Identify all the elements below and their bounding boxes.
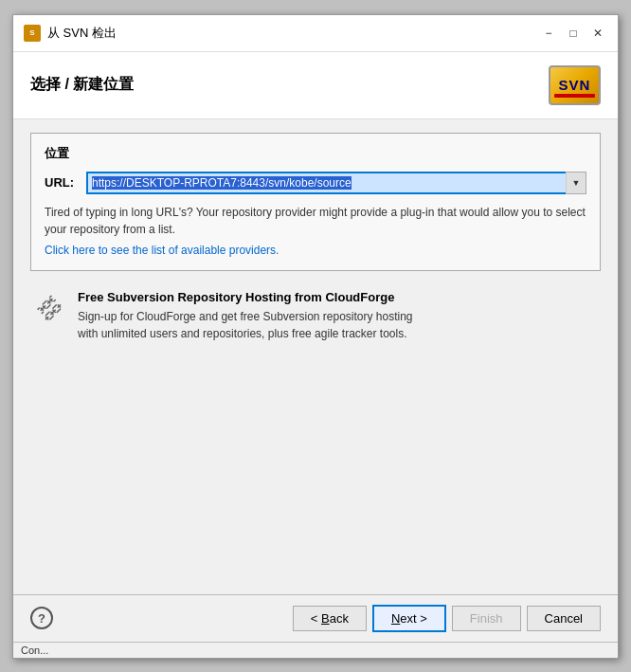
title-controls: − □ ✕ <box>538 23 608 44</box>
hint-line1: Tired of typing in long URL's? Your repo… <box>45 206 388 219</box>
cancel-button[interactable]: Cancel <box>527 606 601 631</box>
hosting-section: ⛓ Free Subversion Repository Hosting fro… <box>30 290 601 342</box>
url-input[interactable] <box>86 172 586 194</box>
location-group: 位置 URL: ▼ Tired of typing in long URL's?… <box>30 133 601 271</box>
cloudforge-icon: ⛓ <box>32 292 66 326</box>
location-label: 位置 <box>45 145 586 162</box>
content-area: 位置 URL: ▼ Tired of typing in long URL's?… <box>13 119 618 594</box>
window-title: 从 SVN 检出 <box>47 25 117 42</box>
maximize-button[interactable]: □ <box>563 23 584 44</box>
hosting-desc-line2: with unlimited users and repositories, p… <box>78 327 407 340</box>
hosting-desc: Sign-up for CloudForge and get free Subv… <box>78 308 413 342</box>
url-row: URL: ▼ <box>45 172 586 194</box>
help-button[interactable]: ? <box>30 607 53 629</box>
status-bar: Con... <box>13 642 618 658</box>
svn-logo-decoration <box>554 94 595 98</box>
status-text: Con... <box>21 645 48 656</box>
window-icon: S <box>23 24 42 43</box>
svn-mini-logo: S <box>24 25 41 42</box>
bottom-right: < Back Next > Finish Cancel <box>293 605 601 632</box>
chain-icon: ⛓ <box>32 291 67 326</box>
url-label: URL: <box>45 175 79 190</box>
minimize-button[interactable]: − <box>538 23 559 44</box>
bottom-left: ? <box>30 607 53 629</box>
bottom-bar: ? < Back Next > Finish Cancel <box>13 594 618 642</box>
header-section: 选择 / 新建位置 SVN <box>13 52 618 119</box>
svn-logo: SVN <box>549 65 601 105</box>
hosting-title: Free Subversion Repository Hosting from … <box>78 290 413 304</box>
close-button[interactable]: ✕ <box>587 23 608 44</box>
title-bar: S 从 SVN 检出 − □ ✕ <box>13 15 618 52</box>
url-input-wrapper: ▼ <box>86 172 586 194</box>
url-dropdown-button[interactable]: ▼ <box>566 172 586 194</box>
svn-logo-text: SVN <box>559 77 591 93</box>
next-button[interactable]: Next > <box>372 605 446 632</box>
hosting-desc-line1: Sign-up for CloudForge and get free Subv… <box>78 310 413 323</box>
back-button[interactable]: < Back <box>293 606 367 631</box>
hosting-content: Free Subversion Repository Hosting from … <box>78 290 413 342</box>
page-title: 选择 / 新建位置 <box>30 75 134 95</box>
hint-text: Tired of typing in long URL's? Your repo… <box>45 204 586 259</box>
title-bar-left: S 从 SVN 检出 <box>23 24 117 43</box>
providers-link[interactable]: Click here to see the list of available … <box>45 242 586 259</box>
finish-button[interactable]: Finish <box>452 606 521 631</box>
main-window: S 从 SVN 检出 − □ ✕ 选择 / 新建位置 SVN 位置 URL: ▼ <box>12 14 619 659</box>
